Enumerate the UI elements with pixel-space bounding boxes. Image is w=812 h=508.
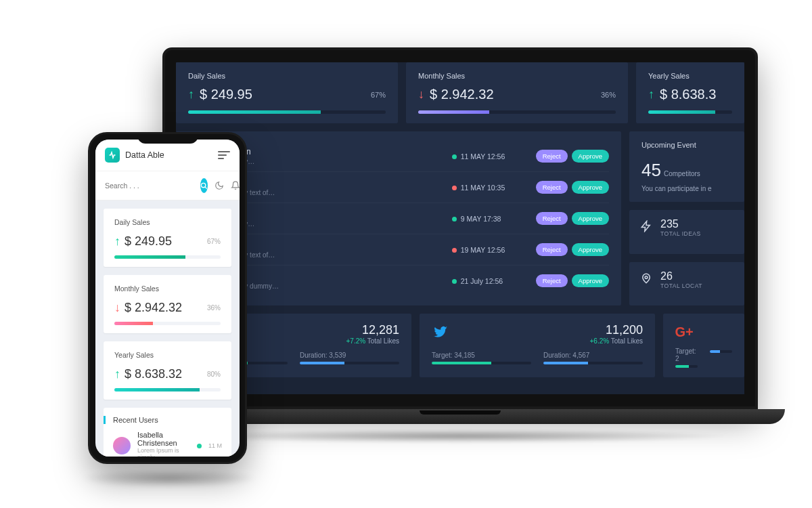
twitter-icon — [432, 323, 449, 341]
status-dot-icon — [197, 444, 202, 448]
kpi-card: Yearly Sales ↑ $ 8.638.32 80% — [104, 341, 231, 400]
event-count: 45 — [641, 160, 661, 181]
kpi-amount: ↓ $ 2.942.32 — [114, 301, 182, 315]
user-date: 11 MAY 12:56 — [452, 152, 526, 161]
status-dot-icon — [452, 154, 457, 159]
user-sub: Lorem Ipsum is simply… — [137, 447, 190, 457]
event-count-label: Competitors — [664, 170, 700, 177]
kpi-card: Daily Sales ↑ $ 249.95 67% — [176, 62, 398, 123]
svg-point-1 — [201, 183, 205, 187]
bell-icon[interactable] — [231, 179, 240, 192]
progress-bar — [675, 365, 698, 368]
social-count: 12,281 — [346, 323, 399, 337]
approve-button[interactable]: Approve — [572, 243, 609, 256]
progress-bar — [432, 362, 531, 364]
status-dot-icon — [452, 217, 457, 221]
app-logo — [105, 148, 120, 163]
progress-bar — [114, 255, 221, 259]
kpi-label: Monthly Sales — [418, 72, 616, 80]
kpi-amount: ↓ $ 2.942.32 — [418, 87, 494, 102]
kpi-label: Daily Sales — [114, 218, 221, 226]
progress-bar — [300, 362, 399, 364]
total-locations-card: 26 TOTAL LOCAT — [629, 262, 744, 306]
kpi-pct: 67% — [207, 238, 221, 245]
progress-bar — [188, 110, 386, 114]
user-row: bella Christensen rem Ipsum is simply… 1… — [188, 141, 609, 172]
svg-point-0 — [645, 276, 648, 278]
kpi-amount: ↑ $ 8.638.32 — [114, 367, 182, 381]
phone-screen: Datta Able Daily — [95, 140, 240, 457]
user-date: 21 July 12:56 — [452, 277, 526, 285]
user-row: a Sorensen rem Ipsum is simply… 9 MAY 17… — [188, 203, 609, 234]
user-date: 11 MAY 10:35 — [452, 184, 526, 192]
kpi-pct: 36% — [207, 304, 221, 312]
upcoming-event-card: Upcoming Event 45 Competitors You can pa… — [629, 131, 744, 202]
status-dot-icon — [452, 186, 457, 190]
arrow-up-icon: ↑ — [114, 234, 120, 249]
laptop-frame: Daily Sales ↑ $ 249.95 67% Monthly Sales… — [162, 47, 758, 409]
kpi-card: Monthly Sales ↓ $ 2.942.32 36% — [104, 275, 231, 333]
reject-button[interactable]: Reject — [536, 150, 568, 163]
kpi-label: Yearly Sales — [648, 72, 732, 80]
reject-button[interactable]: Reject — [536, 181, 568, 194]
kpi-amount: ↑ $ 8.638.3 — [648, 87, 716, 102]
search-button[interactable] — [200, 178, 208, 193]
progress-bar — [648, 110, 732, 114]
stat-label: TOTAL IDEAS — [660, 230, 701, 237]
progress-bar — [114, 388, 221, 391]
kpi-label: Monthly Sales — [114, 284, 221, 293]
total-ideas-card: 235 TOTAL IDEAS — [629, 210, 744, 254]
status-dot-icon — [452, 248, 457, 253]
kpi-card: Daily Sales ↑ $ 249.95 67% — [104, 209, 231, 267]
user-row: ert Andersen rem Ipsum is simply dummy… … — [188, 266, 609, 296]
duration-label: Duration: 4,567 — [543, 352, 643, 359]
approve-button[interactable]: Approve — [572, 274, 609, 287]
laptop-mockup: Daily Sales ↑ $ 249.95 67% Monthly Sales… — [162, 47, 758, 443]
user-date: 11 M — [197, 442, 222, 449]
stat-label: TOTAL LOCAT — [660, 282, 702, 289]
approve-button[interactable]: Approve — [572, 150, 609, 163]
kpi-pct: 67% — [371, 91, 386, 99]
menu-icon[interactable] — [218, 151, 230, 159]
kpi-label: Daily Sales — [188, 72, 386, 80]
progress-bar — [114, 322, 221, 325]
social-count: 11,200 — [590, 323, 643, 337]
user-date: 19 MAY 12:56 — [452, 246, 526, 254]
kpi-card: Monthly Sales ↓ $ 2.942.32 36% — [406, 62, 628, 123]
reject-button[interactable]: Reject — [536, 212, 568, 225]
arrow-up-icon: ↑ — [114, 367, 120, 381]
user-date: 9 MAY 17:38 — [452, 215, 526, 223]
duration-label: Duration: 3,539 — [300, 352, 399, 359]
kpi-pct: 36% — [601, 91, 616, 99]
kpi-amount: ↑ $ 249.95 — [188, 87, 252, 102]
approve-button[interactable]: Approve — [572, 212, 609, 225]
laptop-shadow — [189, 429, 731, 443]
phone-shadow — [81, 469, 257, 488]
phone-mockup: Datta Able Daily — [88, 132, 247, 464]
stat-value: 235 — [660, 218, 701, 230]
stat-value: 26 — [660, 270, 702, 282]
search-input[interactable] — [105, 182, 194, 190]
upcoming-event-title: Upcoming Event — [641, 141, 732, 149]
recent-users-section: Recent Users Isabella Christensen Lorem … — [104, 408, 231, 457]
arrow-down-icon: ↓ — [114, 301, 120, 315]
reject-button[interactable]: Reject — [536, 243, 568, 256]
laptop-screen: Daily Sales ↑ $ 249.95 67% Monthly Sales… — [176, 62, 744, 394]
event-desc: You can participate in e — [641, 185, 732, 192]
arrow-down-icon: ↓ — [418, 87, 424, 102]
reject-button[interactable]: Reject — [536, 274, 568, 287]
arrow-up-icon: ↑ — [648, 87, 654, 102]
user-name: Isabella Christensen — [137, 431, 190, 447]
target-label: Target: 2 — [675, 347, 698, 362]
approve-button[interactable]: Approve — [572, 181, 609, 194]
social-sub: +7.2% Total Likes — [346, 337, 399, 345]
moon-icon[interactable] — [215, 179, 224, 192]
social-card: G+ Target: 2 — [663, 314, 744, 377]
progress-bar — [543, 362, 643, 364]
app-title: Datta Able — [125, 150, 212, 160]
bolt-icon — [640, 220, 652, 235]
pin-icon — [640, 272, 652, 287]
arrow-up-icon: ↑ — [188, 87, 194, 102]
user-row: Jorgensen rem Ipsum is simply text of… 1… — [188, 234, 609, 266]
progress-bar — [710, 350, 732, 353]
